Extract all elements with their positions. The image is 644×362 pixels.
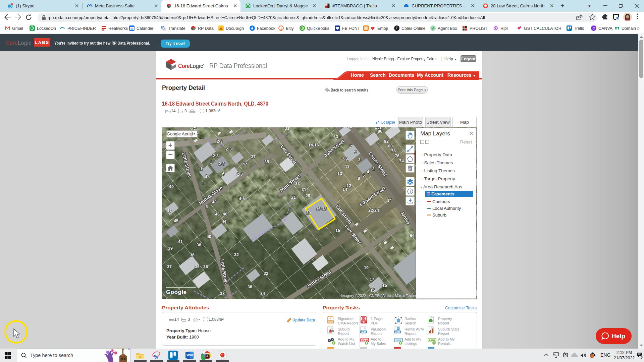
svg-text:36: 36	[203, 264, 208, 269]
svg-text:33: 33	[333, 134, 338, 139]
svg-text:2-3: 2-3	[226, 147, 232, 152]
svg-text:1: 1	[205, 174, 208, 179]
svg-text:21: 21	[291, 195, 296, 200]
svg-text:39: 39	[168, 246, 173, 251]
svg-text:66: 66	[410, 233, 415, 238]
svg-text:17: 17	[370, 277, 374, 282]
svg-text:31: 31	[285, 127, 289, 131]
svg-text:40: 40	[207, 234, 211, 239]
svg-text:20: 20	[130, 27, 133, 30]
svg-text:36: 36	[190, 253, 195, 257]
svg-text:PDF: PDF	[362, 321, 366, 323]
svg-text:19: 19	[364, 265, 369, 270]
svg-text:29: 29	[306, 193, 310, 198]
svg-text:4: 4	[367, 170, 369, 174]
svg-text:AVM: AVM	[361, 331, 366, 333]
svg-text:48: 48	[212, 200, 217, 204]
svg-text:AVM: AVM	[395, 331, 400, 333]
svg-text:1: 1	[202, 181, 204, 185]
svg-text:78: 78	[391, 148, 396, 153]
svg-text:5: 5	[354, 150, 357, 155]
svg-text:31: 31	[302, 187, 306, 192]
svg-text:47: 47	[243, 162, 247, 167]
svg-text:6: 6	[206, 204, 208, 209]
svg-text:68: 68	[347, 127, 352, 129]
svg-text:36: 36	[248, 285, 252, 289]
svg-text:37: 37	[167, 264, 172, 269]
svg-text:22-24: 22-24	[368, 208, 379, 213]
svg-text:15: 15	[382, 283, 387, 288]
svg-text:2-3: 2-3	[213, 154, 219, 158]
svg-text:6: 6	[222, 172, 225, 176]
svg-text:15: 15	[335, 228, 340, 233]
svg-text:2-3: 2-3	[219, 162, 225, 166]
svg-text:35: 35	[264, 160, 269, 164]
svg-text:1P: 1P	[362, 318, 365, 320]
svg-text:38: 38	[197, 243, 201, 247]
svg-text:16-18: 16-18	[316, 206, 327, 211]
svg-text:2-3: 2-3	[237, 172, 243, 177]
svg-text:86: 86	[378, 129, 382, 134]
svg-text:11: 11	[345, 164, 349, 169]
svg-text:20: 20	[306, 210, 311, 215]
svg-text:12: 12	[346, 183, 351, 188]
svg-text:37: 37	[251, 155, 256, 159]
svg-text:14: 14	[342, 187, 347, 192]
svg-text:36: 36	[195, 264, 200, 269]
svg-text:15: 15	[370, 288, 375, 293]
svg-text:80: 80	[388, 144, 393, 148]
svg-text:41: 41	[178, 239, 183, 244]
svg-text:38: 38	[220, 291, 225, 296]
svg-text:14-16: 14-16	[308, 143, 319, 147]
svg-text:32: 32	[234, 252, 239, 257]
svg-text:7: 7	[350, 144, 352, 149]
svg-text:32: 32	[264, 271, 268, 276]
svg-text:2: 2	[372, 167, 375, 171]
svg-text:46: 46	[215, 212, 220, 217]
svg-text:1: 1	[210, 160, 212, 165]
svg-text:2-3: 2-3	[217, 139, 223, 144]
svg-text:3: 3	[358, 158, 361, 162]
svg-text:2: 2	[641, 356, 642, 359]
svg-text:44: 44	[222, 219, 226, 224]
svg-text:34: 34	[260, 291, 265, 296]
svg-text:76: 76	[395, 154, 399, 158]
svg-text:CMA: CMA	[328, 321, 333, 323]
svg-text:47: 47	[167, 208, 172, 213]
svg-text:257: 257	[375, 127, 382, 130]
svg-text:14: 14	[387, 198, 392, 203]
svg-text:7-9: 7-9	[342, 157, 348, 162]
svg-text:C: C	[592, 26, 595, 30]
svg-text:74: 74	[399, 159, 404, 163]
svg-text:49: 49	[169, 184, 174, 189]
svg-text:6: 6	[363, 173, 365, 178]
svg-text:33: 33	[295, 181, 300, 186]
svg-text:1: 1	[200, 167, 203, 171]
svg-text:4-5: 4-5	[239, 196, 245, 201]
svg-text:8: 8	[358, 176, 360, 181]
svg-text:45: 45	[174, 219, 178, 223]
svg-text:82: 82	[384, 139, 389, 144]
svg-text:46: 46	[223, 212, 227, 217]
svg-text:13: 13	[337, 171, 342, 176]
svg-text:A: A	[163, 27, 165, 31]
